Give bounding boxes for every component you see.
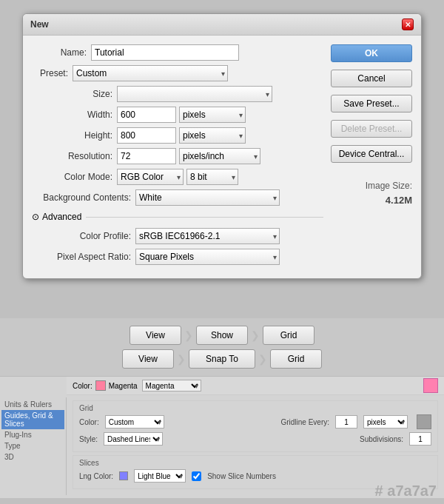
- grid-color-swatch: [417, 414, 431, 429]
- width-label: Width:: [32, 110, 117, 120]
- cancel-button[interactable]: Cancel: [331, 70, 412, 87]
- line-color-swatch: [119, 471, 128, 480]
- gridline-label: Gridline Every:: [280, 418, 329, 426]
- bits-select[interactable]: 8 bit: [186, 169, 238, 185]
- grid-color-label: Color:: [79, 418, 99, 426]
- grid-style-label: Style:: [79, 435, 98, 443]
- height-units-select[interactable]: pixels: [179, 127, 246, 144]
- color-select[interactable]: Magenta: [142, 380, 201, 392]
- toolbar-grid-btn-2[interactable]: Grid: [270, 349, 322, 369]
- bits-select-wrapper: 8 bit: [186, 169, 238, 185]
- ok-button[interactable]: OK: [331, 44, 412, 62]
- close-button[interactable]: ✕: [402, 19, 414, 30]
- sidebar-item-type[interactable]: Type: [1, 440, 64, 451]
- name-input[interactable]: [91, 44, 239, 61]
- subdivisions-label: Subdivisions:: [360, 435, 403, 443]
- toolbar-row-1: View ❯ Show ❯ Grid: [0, 326, 444, 345]
- width-units-wrapper: pixels: [179, 107, 246, 123]
- advanced-divider: ⊙ Advanced: [32, 212, 323, 222]
- background-select[interactable]: White: [135, 189, 280, 206]
- resolution-label: Resolution:: [32, 151, 117, 161]
- background-row: Background Contents: White: [32, 189, 323, 206]
- sidebar-item-guides[interactable]: Guides, Grid & Slices: [1, 410, 64, 429]
- pixelaspect-row: Pixel Aspect Ratio: Square Pixels: [32, 249, 323, 265]
- toolbar-grid-btn-1[interactable]: Grid: [263, 326, 314, 345]
- sidebar-item-3d[interactable]: 3D: [1, 451, 64, 463]
- dialog-titlebar: New ✕: [23, 14, 421, 36]
- line-color-select-wrapper: Light Blue: [134, 469, 186, 483]
- new-dialog: New ✕ Name: Preset: Custom Size:: [22, 13, 422, 279]
- sidebar-item-plugins[interactable]: Plug-Ins: [1, 429, 64, 440]
- preset-label: Preset:: [32, 68, 73, 78]
- delete-preset-button[interactable]: Delete Preset...: [331, 120, 412, 138]
- dialog-left-panel: Name: Preset: Custom Size:: [32, 44, 323, 269]
- toolbar-show-btn[interactable]: Show: [196, 326, 248, 345]
- width-input[interactable]: [117, 107, 176, 123]
- grid-color-row: Color: Custom Gridline Every: pixels: [79, 414, 431, 429]
- resolution-row: Resolution: pixels/inch: [32, 148, 323, 164]
- image-size-label: Image Size:: [331, 179, 412, 193]
- watermark: # a7a7a7: [375, 483, 437, 500]
- name-label: Name:: [32, 47, 91, 58]
- arrow-icon-1: ❯: [184, 329, 193, 341]
- arrow-icon-3: ❯: [177, 353, 186, 365]
- pixelaspect-select[interactable]: Square Pixels: [135, 249, 280, 265]
- grid-color-select[interactable]: Custom: [105, 415, 164, 429]
- grid-section-title: Grid: [79, 404, 431, 412]
- divider-line: [86, 217, 323, 218]
- preset-row: Preset: Custom: [32, 65, 323, 81]
- toolbar-area: View ❯ Show ❯ Grid View ❯ Snap To ❯ Grid: [0, 318, 444, 380]
- image-size-box: Image Size: 4.12M: [331, 179, 412, 209]
- width-row: Width: pixels: [32, 107, 323, 123]
- pink-swatch: [423, 378, 438, 393]
- save-preset-button[interactable]: Save Preset...: [331, 95, 412, 112]
- colormode-row: Color Mode: RGB Color 8 bit: [32, 169, 323, 185]
- grid-style-row: Style: Dashed Lines Subdivisions:: [79, 432, 431, 446]
- image-size-value: 4.12M: [331, 193, 412, 209]
- pixelaspect-select-wrapper: Square Pixels: [135, 249, 280, 265]
- color-select-wrapper: Magenta: [142, 380, 201, 392]
- colorprofile-select[interactable]: sRGB IEC61966-2.1: [135, 228, 280, 244]
- width-units-select[interactable]: pixels: [179, 107, 246, 123]
- size-row: Size:: [32, 86, 323, 102]
- background-label: Background Contents:: [32, 192, 135, 203]
- toolbar-row-2: View ❯ Snap To ❯ Grid: [0, 349, 444, 369]
- resolution-units-wrapper: pixels/inch: [179, 148, 260, 164]
- prefs-sidebar: Units & Rulers Guides, Grid & Slices Plu…: [0, 397, 67, 495]
- advanced-label: Advanced: [42, 212, 81, 222]
- toolbar-view-btn-1[interactable]: View: [130, 326, 181, 345]
- resolution-units-select[interactable]: pixels/inch: [179, 148, 260, 164]
- toolbar-snapto-btn[interactable]: Snap To: [189, 349, 255, 369]
- gridline-units-select[interactable]: pixels: [363, 415, 408, 429]
- name-row: Name:: [32, 44, 323, 61]
- colormode-select-wrapper: RGB Color: [117, 169, 184, 185]
- arrow-icon-2: ❯: [251, 329, 260, 341]
- grid-style-select[interactable]: Dashed Lines: [104, 432, 163, 446]
- advanced-toggle[interactable]: ⊙ Advanced: [32, 212, 81, 222]
- sidebar-item-units[interactable]: Units & Rulers: [1, 399, 64, 410]
- toolbar-view-btn-2[interactable]: View: [122, 349, 174, 369]
- arrow-icon-4: ❯: [258, 353, 267, 365]
- line-color-select[interactable]: Light Blue: [134, 469, 186, 483]
- colorprofile-row: Color Profile: sRGB IEC61966-2.1: [32, 228, 323, 244]
- resolution-input[interactable]: [117, 148, 176, 164]
- size-select-wrapper: [117, 86, 272, 102]
- prefs-content: Grid Color: Custom Gridline Every: pixel…: [67, 397, 444, 495]
- color-value-label: Magenta: [109, 382, 138, 390]
- color-label: Color:: [73, 382, 92, 390]
- size-select[interactable]: [117, 86, 272, 102]
- gridline-input[interactable]: [335, 415, 357, 429]
- prefs-panel: Color: Magenta Magenta Units & Rulers Gu…: [0, 376, 444, 498]
- show-numbers-checkbox[interactable]: [192, 471, 201, 481]
- slices-row: Lng Color: Light Blue Show Slice Numbers: [79, 469, 431, 483]
- size-label: Size:: [32, 89, 117, 99]
- colormode-select[interactable]: RGB Color: [117, 169, 184, 185]
- device-central-button[interactable]: Device Central...: [331, 145, 412, 163]
- colormode-label: Color Mode:: [32, 172, 117, 182]
- height-input[interactable]: [117, 127, 176, 144]
- preset-select[interactable]: Custom: [73, 65, 228, 81]
- grid-section: Grid Color: Custom Gridline Every: pixel…: [73, 400, 438, 452]
- subdivisions-input[interactable]: [409, 432, 431, 446]
- grid-style-select-wrapper: Dashed Lines: [104, 432, 163, 446]
- colorprofile-label: Color Profile:: [32, 231, 135, 241]
